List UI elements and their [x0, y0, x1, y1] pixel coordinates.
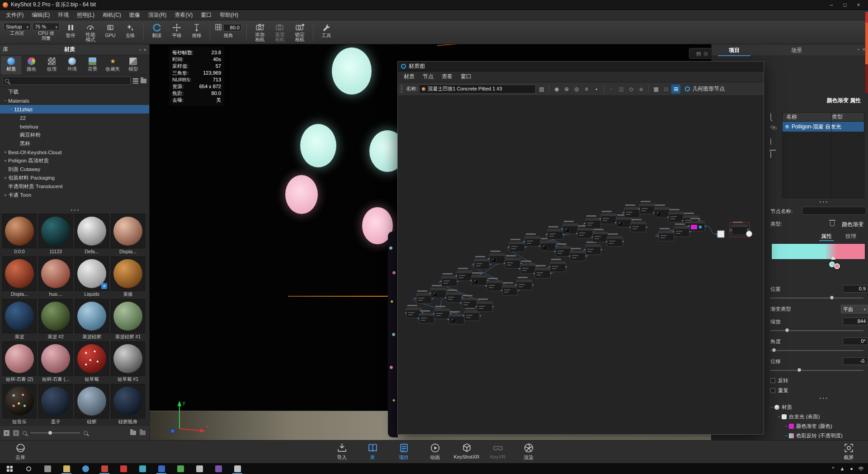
layout-icon[interactable]: ▦ — [651, 85, 660, 94]
material-thumbnail[interactable]: hua:... — [38, 256, 73, 297]
workspace-dropdown[interactable]: Startup — [4, 23, 31, 30]
graph-node[interactable] — [524, 233, 542, 246]
panel-tab-1[interactable]: 场景 — [780, 44, 813, 56]
reset-camera-button[interactable]: 重置相机 — [270, 22, 290, 43]
graph-menu-item-3[interactable]: 窗口 — [457, 71, 476, 82]
panel-tab-0[interactable]: 项目 — [718, 44, 750, 56]
field-value-0[interactable]: 0.9 — [843, 285, 868, 293]
gradient-preview[interactable] — [771, 243, 865, 260]
field-value-3[interactable]: 0° — [843, 337, 868, 345]
import-folder-icon[interactable] — [130, 431, 136, 435]
tree-item[interactable]: 22 — [0, 114, 149, 122]
taskbar-app-icon-2[interactable] — [57, 463, 76, 474]
unlink-icon[interactable]: ◆ — [637, 85, 646, 94]
circle-icon[interactable] — [770, 138, 771, 145]
graph-node[interactable] — [716, 231, 725, 237]
library-tab-1[interactable]: 颜色 — [21, 56, 42, 75]
tray-icon-0[interactable]: ^ — [832, 466, 834, 471]
graph-node[interactable] — [440, 273, 458, 286]
material-tree-item[interactable]: −材质 — [769, 403, 868, 412]
dock-item-library-book[interactable]: 库 — [354, 441, 391, 461]
geometry-node-button[interactable]: 几何图形节点 — [682, 84, 728, 94]
zoom-in-icon[interactable] — [84, 431, 88, 435]
tray-icon-3[interactable]: 中 — [859, 465, 863, 472]
checkbox-icon[interactable] — [770, 378, 775, 383]
start-button[interactable] — [0, 463, 19, 474]
slider-knob[interactable] — [797, 368, 802, 372]
node-name-input[interactable] — [802, 207, 866, 215]
cpu-usage-dropdown[interactable]: 75 % — [33, 23, 60, 30]
graph-node[interactable] — [561, 221, 580, 234]
material-thumbnail[interactable]: Displa... — [2, 256, 37, 297]
material-tree-item[interactable]: −自发光 (表面) — [769, 412, 868, 421]
add-camera-button[interactable]: 添加相机 — [250, 22, 270, 43]
tree-item[interactable]: 豌豆杯粉 — [0, 131, 149, 139]
taskbar-app-icon-9[interactable] — [190, 463, 209, 474]
field-value-2[interactable]: 844 — [843, 318, 868, 325]
graph-node[interactable] — [429, 285, 448, 298]
material-thumbnail[interactable]: +Liquids — [75, 256, 109, 297]
thumbnail-size-slider[interactable] — [30, 430, 80, 436]
dock-item-xr-cube[interactable]: KeyShotXR — [448, 441, 485, 460]
tree-expander[interactable]: + — [3, 158, 8, 163]
taskbar-app-icon-4[interactable] — [95, 463, 114, 474]
tree-item[interactable]: 下载 — [0, 88, 149, 96]
library-tab-6[interactable]: 模型 — [123, 56, 143, 75]
field-slider-4[interactable] — [770, 367, 863, 373]
graph-node[interactable] — [653, 204, 671, 218]
float-panel-icon[interactable]: ▫ — [858, 47, 859, 52]
material-thumbnail[interactable]: 短草莓 — [75, 341, 109, 382]
dock-item-screenshot[interactable]: 截屏 — [830, 441, 867, 461]
tools-button[interactable]: 工具 — [316, 22, 336, 43]
material-thumbnail[interactable]: 盖子 — [38, 384, 73, 425]
graph-node[interactable] — [470, 272, 488, 285]
library-tab-5[interactable]: ★收藏夹 — [103, 56, 123, 75]
taskbar-app-icon-11[interactable] — [228, 463, 247, 474]
dock-item-project-list[interactable]: 项目 — [386, 441, 422, 461]
material-thumbnail[interactable]: 硅胶瓶身 — [111, 384, 145, 425]
delete-icon[interactable]: ▫ — [607, 85, 616, 94]
tree-item[interactable]: −111zhizi — [0, 105, 149, 114]
graph-menu-item-2[interactable]: 查看 — [438, 71, 457, 82]
duplicate-icon[interactable]: ▥ — [617, 85, 626, 94]
material-thumbnail[interactable]: 短音乐 — [2, 384, 37, 425]
close-button[interactable]: × — [852, 0, 865, 9]
taskbar-app-icon-0[interactable] — [19, 463, 38, 474]
panel-resize-dots[interactable] — [782, 395, 864, 401]
slider-knob[interactable] — [772, 348, 776, 352]
material-thumbnail[interactable]: 短杯:石膏 (... — [38, 341, 73, 382]
graph-node[interactable] — [546, 226, 564, 239]
tree-item[interactable]: −Materials — [0, 96, 149, 105]
library-tab-0[interactable]: 材质 — [1, 56, 21, 75]
frame-icon[interactable]: □ — [661, 85, 670, 94]
field-slider-2[interactable] — [770, 327, 863, 333]
checkbox-icon[interactable] — [770, 388, 775, 393]
tree-expander[interactable]: + — [3, 193, 8, 198]
graph-node[interactable] — [746, 231, 752, 237]
taskbar-app-icon-7[interactable] — [152, 463, 171, 474]
tree-item[interactable]: beishua — [0, 122, 149, 131]
menu-item-8[interactable]: 窗口 — [197, 10, 216, 20]
graph-node[interactable] — [488, 251, 506, 264]
slider-knob[interactable] — [830, 295, 834, 300]
graph-node[interactable] — [456, 268, 474, 281]
tree-expander[interactable]: − — [784, 433, 789, 438]
taskbar-app-icon-8[interactable] — [171, 463, 190, 474]
node-graph-canvas[interactable] — [398, 96, 763, 434]
large-grid-view-icon[interactable] — [13, 430, 19, 436]
field-slider-3[interactable] — [770, 347, 863, 353]
material-thumbnail[interactable]: Defa... — [75, 214, 109, 255]
tree-expander[interactable]: − — [784, 424, 789, 429]
graph-node[interactable] — [473, 256, 491, 269]
material-thumbnail[interactable]: 菜板 — [111, 256, 145, 297]
gpu-button[interactable]: GPU — [100, 22, 120, 43]
material-thumbnail[interactable]: 0:0:0 — [2, 214, 37, 255]
material-graph-titlebar[interactable]: 材质图 — [398, 62, 764, 71]
library-search-input[interactable] — [11, 78, 128, 84]
target-icon[interactable]: ◎ — [572, 85, 581, 94]
menu-item-1[interactable]: 编辑(E) — [28, 10, 54, 20]
material-thumbnail[interactable]: Displa... — [111, 214, 145, 255]
view-options-icon[interactable] — [133, 78, 138, 84]
panel-resize-dots[interactable] — [0, 207, 149, 213]
gradient-marker[interactable] — [831, 256, 835, 260]
